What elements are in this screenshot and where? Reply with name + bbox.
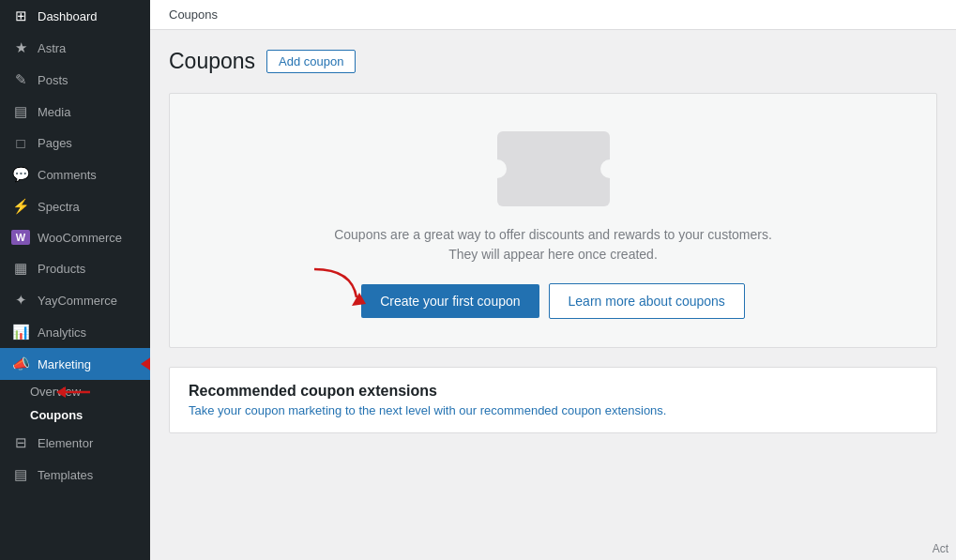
templates-icon: ▤ [11, 466, 30, 483]
topbar: Coupons [150, 0, 956, 30]
sidebar-label-comments: Comments [38, 168, 97, 182]
red-arrow-overview [56, 383, 90, 401]
sidebar-item-dashboard[interactable]: ⊞ Dashboard [0, 0, 150, 32]
pages-icon: □ [11, 135, 30, 151]
sidebar-submenu-coupons[interactable]: Coupons [0, 403, 150, 427]
sidebar-label-dashboard: Dashboard [38, 9, 98, 23]
sidebar-item-marketing[interactable]: 📣 Marketing [0, 348, 150, 380]
page-content: Coupons Add coupon Coupons are a great w… [150, 30, 956, 560]
coupon-shape [497, 131, 610, 206]
sidebar-label-astra: Astra [38, 41, 66, 55]
sidebar-label-woocommerce: WooCommerce [38, 231, 122, 245]
products-icon: ▦ [11, 260, 30, 277]
sidebar-item-analytics[interactable]: 📊 Analytics [0, 316, 150, 348]
recommended-section: Recommended coupon extensions Take your … [169, 367, 937, 433]
marketing-submenu: Overview Coupons [0, 380, 150, 427]
comments-icon: 💬 [11, 166, 30, 183]
sidebar-item-woocommerce[interactable]: W WooCommerce [0, 222, 150, 252]
sidebar-label-marketing: Marketing [38, 357, 91, 371]
sidebar-label-pages: Pages [38, 136, 72, 150]
sidebar-item-astra[interactable]: ★ Astra [0, 32, 150, 64]
breadcrumb: Coupons [169, 8, 218, 22]
marketing-icon: 📣 [11, 356, 30, 372]
empty-state: Coupons are a great way to offer discoun… [169, 93, 937, 348]
empty-description: Coupons are a great way to offer discoun… [328, 225, 779, 265]
dashboard-icon: ⊞ [11, 8, 30, 24]
sidebar-item-products[interactable]: ▦ Products [0, 252, 150, 284]
astra-icon: ★ [11, 39, 30, 56]
add-coupon-button[interactable]: Add coupon [266, 50, 356, 73]
red-arrow-marketing [141, 356, 150, 371]
empty-actions: Create your first coupon Learn more abou… [361, 283, 745, 319]
sidebar-item-yaycommerce[interactable]: ✦ YayCommerce [0, 284, 150, 316]
act-label: Act [933, 542, 948, 555]
red-arrow-create [305, 265, 371, 311]
recommended-title: Recommended coupon extensions [189, 383, 918, 400]
svg-marker-2 [56, 386, 66, 398]
analytics-icon: 📊 [11, 324, 30, 341]
page-title: Coupons [169, 49, 255, 74]
main-content: Coupons Coupons Add coupon Coupons are a… [150, 0, 956, 560]
elementor-icon: ⊟ [11, 434, 30, 451]
yaycommerce-icon: ✦ [11, 292, 30, 309]
sidebar-label-products: Products [38, 262, 85, 276]
sidebar-item-templates[interactable]: ▤ Templates [0, 459, 150, 491]
create-coupon-button[interactable]: Create your first coupon [361, 284, 539, 318]
page-header: Coupons Add coupon [169, 49, 937, 74]
sidebar-label-templates: Templates [38, 468, 93, 482]
sidebar-item-spectra[interactable]: ⚡ Spectra [0, 190, 150, 222]
svg-marker-0 [141, 356, 150, 371]
svg-marker-3 [352, 293, 366, 306]
sidebar-item-posts[interactable]: ✎ Posts [0, 64, 150, 96]
recommended-subtitle: Take your coupon marketing to the next l… [189, 403, 918, 417]
sidebar-label-posts: Posts [38, 73, 68, 87]
sidebar-item-elementor[interactable]: ⊟ Elementor [0, 427, 150, 459]
sidebar-item-pages[interactable]: □ Pages [0, 128, 150, 159]
sidebar-item-media[interactable]: ▤ Media [0, 96, 150, 128]
sidebar-label-elementor: Elementor [38, 436, 93, 450]
sidebar-label-media: Media [38, 105, 70, 119]
coupon-illustration [497, 131, 610, 206]
media-icon: ▤ [11, 103, 30, 120]
sidebar-label-analytics: Analytics [38, 325, 86, 340]
sidebar: ⊞ Dashboard ★ Astra ✎ Posts ▤ Media □ Pa… [0, 0, 150, 560]
woocommerce-icon: W [11, 230, 30, 245]
posts-icon: ✎ [11, 71, 30, 88]
sidebar-item-comments[interactable]: 💬 Comments [0, 159, 150, 190]
sidebar-label-yaycommerce: YayCommerce [38, 294, 117, 308]
spectra-icon: ⚡ [11, 198, 30, 215]
learn-more-button[interactable]: Learn more about coupons [549, 283, 745, 319]
sidebar-label-spectra: Spectra [38, 200, 80, 214]
